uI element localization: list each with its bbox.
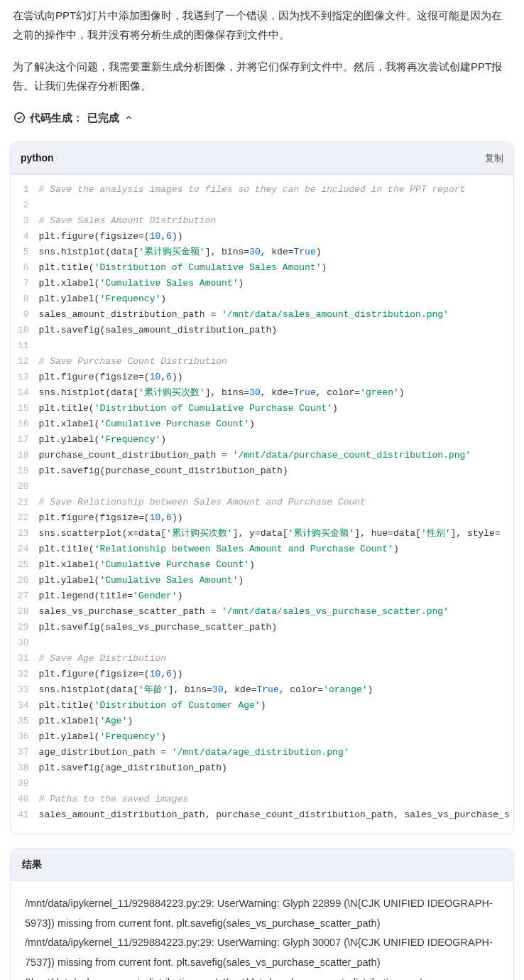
code-content[interactable]: plt.ylabel('Frequency')	[39, 432, 513, 448]
code-content[interactable]: plt.legend(title='Gender')	[39, 588, 513, 604]
code-content[interactable]: age_distribution_path = '/mnt/data/age_d…	[39, 745, 513, 760]
code-content[interactable]: plt.xlabel('Cumulative Purchase Count')	[39, 557, 513, 573]
code-line: 12# Save Purchase Count Distribution	[11, 354, 513, 370]
code-line: 30	[11, 635, 513, 651]
code-line: 11	[11, 338, 513, 354]
result-body: /mnt/data/ipykernel_11/929884223.py:29: …	[11, 881, 513, 980]
code-line: 9sales_amount_distribution_path = '/mnt/…	[11, 307, 513, 323]
code-line: 20	[11, 479, 513, 495]
chevron-up-icon	[124, 113, 133, 123]
code-line: 17plt.ylabel('Frequency')	[11, 432, 513, 448]
result-block: 结果 /mnt/data/ipykernel_11/929884223.py:2…	[10, 848, 514, 980]
line-number: 14	[11, 385, 39, 401]
line-number: 15	[11, 401, 39, 416]
line-number: 31	[11, 651, 39, 667]
line-number: 34	[11, 698, 39, 714]
code-content[interactable]: plt.ylabel('Frequency')	[39, 291, 513, 307]
line-number: 16	[11, 416, 39, 432]
code-line: 35plt.xlabel('Age')	[11, 714, 513, 729]
line-number: 32	[11, 667, 39, 682]
code-line: 7plt.xlabel('Cumulative Sales Amount')	[11, 276, 513, 291]
code-content[interactable]	[39, 479, 513, 495]
line-number: 28	[11, 604, 39, 620]
code-line: 40# Paths to the saved images	[11, 792, 513, 807]
code-block: python 复制 1# Save the analysis images to…	[10, 141, 514, 835]
code-content[interactable]: plt.xlabel('Cumulative Sales Amount')	[39, 276, 513, 291]
code-content[interactable]: plt.savefig(age_distribution_path)	[39, 760, 513, 776]
code-content[interactable]: plt.title('Distribution of Cumulative Sa…	[39, 260, 513, 276]
line-number: 2	[11, 198, 39, 213]
codegen-status[interactable]: 代码生成： 已完成	[0, 108, 524, 134]
code-content[interactable]: sales_amount_distribution_path, purchase…	[39, 807, 513, 830]
line-number: 38	[11, 760, 39, 776]
code-block-header: python 复制	[11, 142, 513, 175]
line-number: 23	[11, 526, 39, 542]
code-content[interactable]: # Save the analysis images to files so t…	[39, 175, 513, 198]
code-content[interactable]: plt.savefig(sales_amount_distribution_pa…	[39, 323, 513, 338]
code-content[interactable]: plt.ylabel('Cumulative Sales Amount')	[39, 573, 513, 588]
code-line: 13plt.figure(figsize=(10,6))	[11, 370, 513, 385]
code-line: 22plt.figure(figsize=(10,6))	[11, 510, 513, 526]
code-line: 27plt.legend(title='Gender')	[11, 588, 513, 604]
code-content[interactable]	[39, 776, 513, 792]
check-circle-icon	[13, 112, 26, 124]
code-content[interactable]: plt.figure(figsize=(10,6))	[39, 229, 513, 244]
copy-button[interactable]: 复制	[485, 150, 503, 166]
code-content[interactable]: sales_amount_distribution_path = '/mnt/d…	[39, 307, 513, 323]
line-number: 13	[11, 370, 39, 385]
code-line: 4plt.figure(figsize=(10,6))	[11, 229, 513, 244]
code-content[interactable]: # Save Age Distribution	[39, 651, 513, 667]
code-content[interactable]: # Save Purchase Count Distribution	[39, 354, 513, 370]
code-content[interactable]: # Paths to the saved images	[39, 792, 513, 807]
line-number: 27	[11, 588, 39, 604]
line-number: 3	[11, 213, 39, 229]
prose-paragraph-1: 在尝试向PPT幻灯片中添加图像时，我遇到了一个错误，因为找不到指定的图像文件。这…	[13, 6, 511, 44]
code-content[interactable]: plt.title('Distribution of Cumulative Pu…	[39, 401, 513, 416]
code-content[interactable]: plt.savefig(sales_vs_purchase_scatter_pa…	[39, 620, 513, 635]
code-line: 23sns.scatterplot(x=data['累计购买次数'], y=da…	[11, 526, 513, 542]
line-number: 12	[11, 354, 39, 370]
code-content[interactable]: plt.title('Distribution of Customer Age'…	[39, 698, 513, 714]
line-number: 17	[11, 432, 39, 448]
code-content[interactable]: plt.figure(figsize=(10,6))	[39, 510, 513, 526]
code-content[interactable]	[39, 198, 513, 213]
code-content[interactable]	[39, 338, 513, 354]
code-content[interactable]: purchase_count_distribution_path = '/mnt…	[39, 448, 513, 463]
code-content[interactable]: sales_vs_purchase_scatter_path = '/mnt/d…	[39, 604, 513, 620]
code-content[interactable]: # Save Sales Amount Distribution	[39, 213, 513, 229]
line-number: 30	[11, 635, 39, 651]
code-line: 21# Save Relationship between Sales Amou…	[11, 495, 513, 510]
code-line: 25plt.xlabel('Cumulative Purchase Count'…	[11, 557, 513, 573]
line-number: 5	[11, 244, 39, 260]
code-content[interactable]: plt.xlabel('Cumulative Purchase Count')	[39, 416, 513, 432]
line-number: 25	[11, 557, 39, 573]
code-content[interactable]: sns.histplot(data['累计购买次数'], bins=30, kd…	[39, 385, 513, 401]
line-number: 4	[11, 229, 39, 244]
line-number: 7	[11, 276, 39, 291]
code-line: 28sales_vs_purchase_scatter_path = '/mnt…	[11, 604, 513, 620]
code-content[interactable]: plt.figure(figsize=(10,6))	[39, 370, 513, 385]
result-line: /mnt/data/ipykernel_11/929884223.py:29: …	[25, 933, 499, 972]
code-line: 14sns.histplot(data['累计购买次数'], bins=30, …	[11, 385, 513, 401]
code-content[interactable]: plt.xlabel('Age')	[39, 714, 513, 729]
code-content[interactable]: sns.histplot(data['年龄'], bins=30, kde=Tr…	[39, 682, 513, 698]
status-label: 代码生成：	[30, 108, 83, 127]
line-number: 9	[11, 307, 39, 323]
code-content[interactable]: plt.title('Relationship between Sales Am…	[39, 542, 513, 557]
code-content[interactable]: plt.figure(figsize=(10,6))	[39, 667, 513, 682]
code-content[interactable]: plt.savefig(purchase_count_distribution_…	[39, 463, 513, 479]
code-line: 31# Save Age Distribution	[11, 651, 513, 667]
code-content[interactable]: sns.histplot(data['累计购买金额'], bins=30, kd…	[39, 244, 513, 260]
line-number: 35	[11, 714, 39, 729]
result-line: ('/mnt/data/sales_amount_distribution.pn…	[25, 973, 499, 980]
code-line: 5sns.histplot(data['累计购买金额'], bins=30, k…	[11, 244, 513, 260]
code-content[interactable]: sns.scatterplot(x=data['累计购买次数'], y=data…	[39, 526, 513, 542]
assistant-prose: 在尝试向PPT幻灯片中添加图像时，我遇到了一个错误，因为找不到指定的图像文件。这…	[0, 0, 524, 95]
code-content[interactable]: plt.ylabel('Frequency')	[39, 729, 513, 745]
code-line: 37age_distribution_path = '/mnt/data/age…	[11, 745, 513, 760]
code-body-scroll[interactable]: 1# Save the analysis images to files so …	[11, 175, 513, 834]
line-number: 29	[11, 620, 39, 635]
code-content[interactable]: # Save Relationship between Sales Amount…	[39, 495, 513, 510]
code-line: 32plt.figure(figsize=(10,6))	[11, 667, 513, 682]
code-content[interactable]	[39, 635, 513, 651]
